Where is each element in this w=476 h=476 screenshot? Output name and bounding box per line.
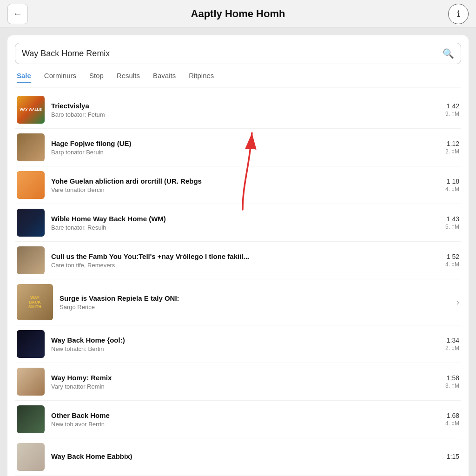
list-item[interactable]: Yohe Guelan abliction ardi orcrtill (UR.… (15, 166, 461, 204)
song-thumbnail (17, 330, 45, 358)
song-meta: › (453, 298, 459, 307)
list-item[interactable]: Hage Fop|we filong (UE) Barp tonator Ber… (15, 129, 461, 166)
song-title: Wible Home Way Back Home (WM) (51, 215, 441, 223)
song-subtitle: Bare tonator. Resulh (51, 224, 441, 231)
tab-corminurs[interactable]: Corminurs (44, 72, 76, 82)
song-thumbnail (17, 133, 45, 161)
tab-bavaits[interactable]: Bavaits (153, 72, 176, 82)
song-meta: 1:34 2. ‡M (445, 337, 459, 351)
song-plays: 2. ‡M (445, 345, 459, 351)
song-duration: 1 42 (445, 102, 459, 110)
main-content: 🔍 Sale Corminurs Stop Results Bavaits Ri… (7, 35, 469, 476)
list-item[interactable]: Wible Home Way Back Home (WM) Bare tonat… (15, 204, 461, 242)
thumb-text (17, 330, 45, 358)
song-duration: 1.68 (445, 412, 459, 419)
song-plays: 5. ‡M (445, 224, 459, 230)
list-item[interactable]: Way Back Home Eabbix) 1:15 (15, 438, 461, 476)
tab-ritpines[interactable]: Ritpines (189, 72, 214, 82)
song-plays: 4. ‡M (445, 186, 459, 192)
song-thumbnail (17, 246, 45, 274)
song-plays: 4. ‡M (445, 420, 459, 427)
thumb-text (17, 209, 45, 237)
song-subtitle: New tohatcn: Bertin (51, 345, 441, 352)
song-subtitle: Vary tonattor Remin (51, 383, 441, 390)
song-meta: 1.12 2. ‡M (445, 140, 459, 155)
song-subtitle: New tob avor Berrin (51, 421, 441, 428)
search-input[interactable] (22, 49, 443, 59)
chevron-right-icon: › (456, 298, 459, 307)
song-title: Other Back Home (51, 411, 441, 419)
search-icon[interactable]: 🔍 (443, 48, 454, 59)
page-title: Aaptly Home Homh (28, 8, 448, 20)
song-thumbnail (17, 368, 45, 396)
song-title: Way Homy: Remix (51, 374, 441, 382)
thumb-text (17, 246, 45, 274)
back-icon: ← (13, 8, 22, 19)
song-meta: 1 18 4. ‡M (445, 178, 459, 192)
header: ← Aaptly Home Homh ℹ (0, 0, 476, 28)
song-plays: 2. ‡M (445, 148, 459, 155)
song-meta: 1.68 4. ‡M (445, 412, 459, 427)
song-info: Way Back Home {ool:) New tohatcn: Bertin (51, 336, 441, 352)
song-subtitle: Sargo Rerice (60, 304, 448, 311)
thumb-text: WAY BACK SMITH (17, 284, 53, 320)
song-meta: 1:15 (447, 453, 459, 461)
song-meta: 1 43 5. ‡M (445, 215, 459, 230)
song-thumbnail (17, 171, 45, 199)
song-info: Hage Fop|we filong (UE) Barp tonator Ber… (51, 139, 441, 156)
back-button[interactable]: ← (7, 4, 28, 24)
song-subtitle: Baro tobator: Fetum (51, 111, 441, 118)
song-info: Way Homy: Remix Vary tonattor Remin (51, 374, 441, 390)
song-duration: 1 52 (445, 253, 459, 260)
song-thumbnail: WAY BACK SMITH (17, 284, 53, 320)
song-title: Cull us the Famb You You:Tell's +nay Vró… (51, 252, 441, 260)
song-duration: 1 18 (445, 178, 459, 185)
song-title: Surge is Vaasion Repiela E taly ONI: (60, 294, 448, 302)
song-subtitle: Vare tonattor Bercin (51, 186, 441, 193)
search-bar: 🔍 (15, 43, 461, 64)
song-thumbnail: WAY WALLE (17, 96, 45, 124)
info-button[interactable]: ℹ (448, 4, 469, 24)
song-meta: 1 52 4. ‡M (445, 253, 459, 268)
song-subtitle: Care ton tife, Remevers (51, 262, 441, 269)
thumb-text (17, 133, 45, 161)
song-thumbnail (17, 209, 45, 237)
song-meta: 1 42 9. ‡M (445, 102, 459, 117)
song-list: WAY WALLE Triectvislya Baro tobator: Fet… (15, 91, 461, 476)
song-plays: 4. ‡M (445, 261, 459, 268)
song-info: Triectvislya Baro tobator: Fetum (51, 102, 441, 118)
tab-sale[interactable]: Sale (17, 72, 31, 82)
song-thumbnail (17, 405, 45, 433)
tab-results[interactable]: Results (117, 72, 140, 82)
song-title: Hage Fop|we filong (UE) (51, 139, 441, 147)
thumb-text (17, 443, 45, 471)
song-info: Way Back Home Eabbix) (51, 452, 442, 462)
thumb-text (17, 368, 45, 396)
list-item[interactable]: WAY WALLE Triectvislya Baro tobator: Fet… (15, 91, 461, 129)
list-item[interactable]: WAY BACK SMITH Surge is Vaasion Repiela … (15, 279, 461, 325)
song-info: Wible Home Way Back Home (WM) Bare tonat… (51, 215, 441, 231)
list-item[interactable]: Other Back Home New tob avor Berrin 1.68… (15, 401, 461, 438)
list-item[interactable]: Way Homy: Remix Vary tonattor Remin 1:58… (15, 363, 461, 401)
song-title: Triectvislya (51, 102, 441, 110)
song-plays: 9. ‡M (445, 111, 459, 117)
thumb-text: WAY WALLE (17, 96, 45, 124)
song-info: Surge is Vaasion Repiela E taly ONI: Sar… (60, 294, 448, 311)
thumb-text (17, 171, 45, 199)
list-item[interactable]: Way Back Home {ool:) New tohatcn: Bertin… (15, 325, 461, 363)
song-meta: 1:58 3. ‡M (445, 374, 459, 389)
thumb-text (17, 405, 45, 433)
song-info: Other Back Home New tob avor Berrin (51, 411, 441, 428)
song-info: Cull us the Famb You You:Tell's +nay Vró… (51, 252, 441, 269)
song-duration: 1:15 (447, 453, 459, 460)
tab-stop[interactable]: Stop (89, 72, 104, 82)
song-duration: 1.12 (445, 140, 459, 147)
song-subtitle: Barp tonator Beruin (51, 149, 441, 156)
info-icon: ℹ (457, 9, 460, 19)
song-plays: 3. ‡M (445, 383, 459, 389)
song-title: Yohe Guelan abliction ardi orcrtill (UR.… (51, 177, 441, 185)
list-item[interactable]: Cull us the Famb You You:Tell's +nay Vró… (15, 242, 461, 279)
song-thumbnail (17, 443, 45, 471)
tabs-bar: Sale Corminurs Stop Results Bavaits Ritp… (15, 72, 461, 87)
song-duration: 1 43 (445, 215, 459, 223)
